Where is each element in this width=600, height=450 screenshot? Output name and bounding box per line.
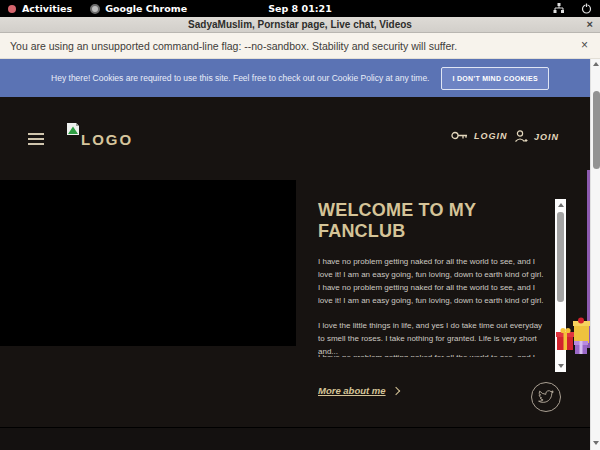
about-paragraph-clipped: I have no problem getting naked for all … (318, 351, 546, 357)
infobar-message: You are using an unsupported command-lin… (0, 40, 457, 52)
join-button[interactable]: JOIN (514, 130, 559, 143)
browser-scrollbar-thumb[interactable] (593, 91, 600, 169)
about-paragraph: I have no problem getting naked for all … (318, 255, 546, 307)
browser-scrollbar[interactable] (590, 59, 600, 450)
cookie-accept-button[interactable]: I DON'T MIND COOKIES (441, 67, 548, 90)
gift-boxes-promo[interactable] (555, 317, 590, 359)
broken-image-icon (66, 122, 80, 136)
join-label: JOIN (534, 132, 559, 142)
scroll-down-icon[interactable] (558, 364, 564, 368)
video-player-area[interactable] (0, 180, 296, 346)
welcome-heading: WELCOME TO MY FANCLUB (318, 200, 548, 242)
twitter-button[interactable] (531, 382, 561, 412)
window-title: SadyaMuslim, Pornstar page, Live chat, V… (188, 19, 412, 30)
page-content: LOGO LOGIN JOIN WELCOME TO MY FANCLUB I … (0, 97, 590, 450)
browser-scroll-up-icon[interactable] (593, 62, 599, 66)
infobar-close-icon[interactable]: × (581, 38, 588, 52)
chrome-appmenu-button[interactable]: Google Chrome (90, 3, 187, 14)
activities-label: Activities (22, 3, 72, 14)
power-icon[interactable] (581, 3, 592, 14)
cookie-banner: Hey there! Cookies are required to use t… (0, 59, 600, 97)
gnome-top-bar: Activities Google Chrome Sep 8 01:21 (0, 0, 600, 17)
cookie-message: Hey there! Cookies are required to use t… (51, 73, 429, 83)
site-logo[interactable]: LOGO (66, 122, 133, 148)
network-tree-icon[interactable] (553, 3, 565, 14)
window-close-icon[interactable]: × (587, 18, 593, 30)
app-label: Google Chrome (105, 3, 187, 14)
system-tray (553, 0, 592, 17)
more-about-me-link[interactable]: More about me (318, 385, 399, 396)
logo-text: LOGO (81, 131, 133, 148)
key-icon (451, 130, 468, 141)
window-titlebar: SadyaMuslim, Pornstar page, Live chat, V… (0, 17, 600, 33)
add-user-icon (514, 130, 528, 143)
browser-scroll-down-icon[interactable] (593, 441, 599, 445)
footer-area (0, 428, 590, 450)
notification-dot-icon (8, 5, 16, 13)
twitter-bird-icon (538, 390, 554, 404)
activities-button[interactable]: Activities (0, 3, 72, 14)
chevron-right-icon (391, 386, 399, 394)
scroll-up-icon[interactable] (558, 203, 564, 207)
more-about-me-label: More about me (318, 385, 386, 396)
chrome-icon (90, 4, 100, 14)
login-label: LOGIN (474, 131, 508, 141)
flag-infobar: You are using an unsupported command-lin… (0, 33, 600, 59)
screen: Activities Google Chrome Sep 8 01:21 Sad… (0, 0, 600, 450)
hamburger-menu-icon[interactable] (28, 133, 44, 145)
login-button[interactable]: LOGIN (451, 130, 508, 141)
content-scrollbar-thumb[interactable] (557, 212, 564, 302)
